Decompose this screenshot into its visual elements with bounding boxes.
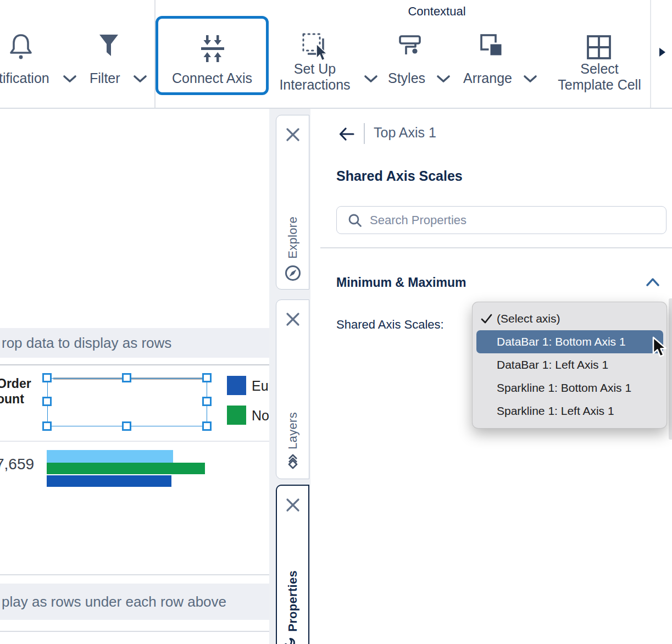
- selection-outline[interactable]: [47, 378, 207, 426]
- shared-axis-dropdown-menu: (Select axis) DataBar 1: Bottom Axis 1 D…: [472, 302, 667, 429]
- layers-icon: [285, 453, 301, 473]
- row-drop-zone[interactable]: rop data to display as rows: [0, 328, 269, 358]
- table-row-border: [0, 441, 269, 442]
- table-row-border: [0, 364, 269, 365]
- app-window: Contextual tification Filter: [0, 0, 672, 644]
- chevron-up-icon[interactable]: [645, 276, 660, 287]
- toolbar-right-divider: [650, 0, 651, 108]
- selection-handle-middle-right[interactable]: [202, 397, 212, 406]
- selection-handle-middle-left[interactable]: [42, 397, 52, 406]
- panel-title: Top Axis 1: [374, 125, 436, 141]
- search-properties-box[interactable]: [336, 206, 667, 234]
- chevron-down-icon[interactable]: [523, 75, 537, 84]
- select-template-label-line2: Template Cell: [555, 77, 644, 93]
- connect-axis-label: Connect Axis: [155, 70, 269, 86]
- tab-layers-label: Layers: [286, 412, 300, 449]
- subrow-drop-zone[interactable]: play as rows under each row above: [0, 584, 269, 620]
- panel-scrollbar-track: [669, 298, 672, 440]
- dropdown-item-sparkline-bottom-axis[interactable]: Sparkline 1: Bottom Axis 1: [473, 376, 667, 399]
- mouse-cursor: [652, 336, 670, 359]
- filter-icon: [98, 33, 120, 60]
- group-heading-minimum-maximum[interactable]: Minimum & Maximum: [336, 275, 466, 290]
- section-heading: Shared Axis Scales: [336, 168, 463, 184]
- select-template-label-line1: Select: [555, 61, 644, 77]
- shared-axis-scales-label: Shared Axis Scales:: [336, 318, 444, 332]
- toolbar-group-label: Contextual: [385, 4, 489, 19]
- close-icon[interactable]: [284, 310, 302, 328]
- template-grid-icon: [586, 34, 612, 60]
- tab-explore-label: Explore: [286, 216, 300, 259]
- set-up-label-line2: Interactions: [271, 77, 358, 93]
- filter-button[interactable]: Filter: [90, 70, 120, 86]
- notification-button[interactable]: tification: [0, 70, 49, 86]
- toolbar: Contextual tification Filter: [0, 0, 672, 108]
- connect-axis-icon: [198, 34, 227, 64]
- selection-handle-top-right[interactable]: [202, 373, 212, 382]
- selection-handle-top-left[interactable]: [42, 373, 52, 382]
- compass-icon: [284, 264, 302, 282]
- row-drop-hint: rop data to display as rows: [0, 335, 171, 352]
- dropdown-item-sparkline-left-axis[interactable]: Sparkline 1: Left Axis 1: [473, 399, 667, 423]
- wrench-icon: [282, 636, 303, 644]
- selection-handle-top-middle[interactable]: [122, 373, 131, 382]
- paint-roller-icon: [398, 34, 424, 60]
- table-row-border: [0, 631, 269, 632]
- subrow-drop-hint: play as rows under each row above: [0, 593, 226, 610]
- bell-icon: [9, 32, 33, 62]
- legend-swatch-north-america[interactable]: [227, 406, 246, 425]
- light-blue-bar: [47, 450, 173, 463]
- green-bar: [47, 463, 205, 474]
- selection-handle-bottom-left[interactable]: [42, 421, 52, 431]
- arrange-squares-icon: [479, 33, 506, 59]
- close-icon[interactable]: [284, 496, 302, 514]
- row-header-line1: Order: [0, 376, 31, 391]
- row-header-line2: ount: [0, 391, 31, 407]
- tab-properties-label: Properties: [286, 570, 300, 632]
- panel-header-divider: [364, 123, 365, 144]
- chevron-down-icon[interactable]: [133, 75, 147, 84]
- selection-handle-bottom-middle[interactable]: [122, 421, 131, 431]
- check-icon: [481, 313, 493, 324]
- set-up-label-line1: Set Up: [271, 61, 358, 77]
- arrange-button[interactable]: Arrange: [463, 70, 512, 86]
- bar-value-label: 7,659: [0, 456, 34, 473]
- search-input[interactable]: [369, 213, 646, 228]
- close-icon[interactable]: [284, 126, 302, 143]
- toolbar-overflow-arrow-icon[interactable]: [658, 47, 666, 58]
- dark-blue-bar: [47, 475, 171, 487]
- search-icon: [348, 213, 362, 227]
- dropdown-item-databar-left-axis[interactable]: DataBar 1: Left Axis 1: [473, 353, 667, 376]
- table-row-border: [0, 574, 269, 575]
- panel-divider: [320, 247, 672, 248]
- tab-explore[interactable]: Explore: [276, 115, 309, 290]
- set-up-interactions-button[interactable]: Set Up Interactions: [271, 61, 358, 93]
- chevron-down-icon[interactable]: [436, 75, 451, 84]
- tab-layers[interactable]: Layers: [276, 299, 309, 479]
- back-arrow-icon[interactable]: [338, 126, 356, 142]
- chevron-down-icon[interactable]: [364, 75, 378, 84]
- dropdown-item-select-axis[interactable]: (Select axis): [473, 307, 667, 330]
- chevron-down-icon[interactable]: [63, 75, 77, 84]
- row-header-cell: Order ount: [0, 376, 31, 407]
- selection-handle-bottom-right[interactable]: [202, 421, 212, 431]
- tab-properties[interactable]: Properties: [276, 485, 309, 644]
- styles-button[interactable]: Styles: [388, 70, 425, 86]
- design-canvas: rop data to display as rows Order ount E…: [0, 109, 269, 644]
- legend-swatch-europe[interactable]: [227, 376, 246, 395]
- dropdown-item-databar-bottom-axis[interactable]: DataBar 1: Bottom Axis 1: [476, 330, 663, 353]
- set-up-interactions-icon: [301, 32, 330, 63]
- select-template-cell-button[interactable]: Select Template Cell: [555, 61, 644, 93]
